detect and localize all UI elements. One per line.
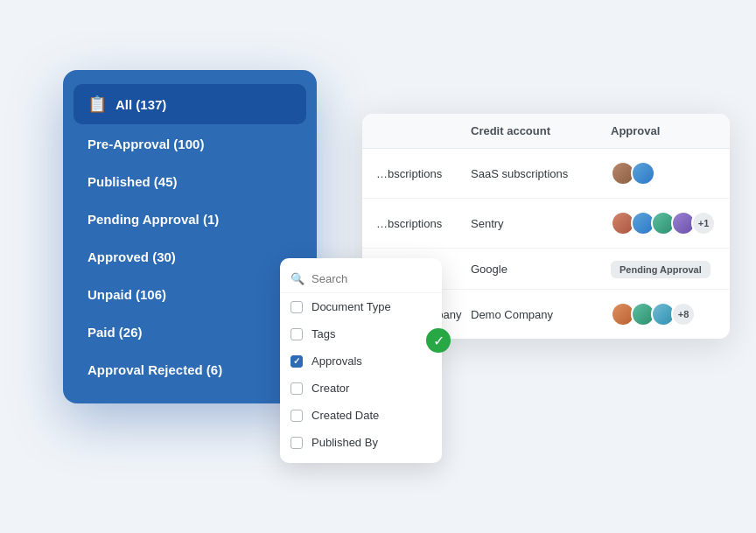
table-row[interactable]: …bscriptions SaaS subscriptions bbox=[362, 149, 730, 199]
filter-dropdown: 🔍 Document Type Tags Approvals Creator C… bbox=[280, 258, 442, 463]
search-icon: 🔍 bbox=[290, 272, 304, 285]
filter-item-created-date[interactable]: Created Date bbox=[280, 402, 442, 429]
row4-approval: +8 bbox=[611, 302, 716, 326]
check-icon: ✓ bbox=[426, 328, 451, 353]
sidebar-item-paid[interactable]: Paid (26) bbox=[74, 314, 306, 350]
row1-credit: SaaS subscriptions bbox=[471, 167, 611, 180]
checkbox-creator[interactable] bbox=[290, 382, 303, 395]
filter-item-document-type[interactable]: Document Type bbox=[280, 293, 442, 320]
sidebar-item-approved[interactable]: Approved (30) bbox=[74, 239, 306, 275]
filter-search-input[interactable] bbox=[312, 272, 431, 285]
sidebar-item-unpaid[interactable]: Unpaid (106) bbox=[74, 277, 306, 312]
filter-label-document-type: Document Type bbox=[312, 300, 391, 313]
scene: 📋 All (137) Pre-Approval (100) Published… bbox=[0, 0, 756, 533]
checkbox-approvals[interactable] bbox=[290, 355, 303, 368]
table-header: Credit account Approval bbox=[362, 114, 730, 149]
filter-label-created-date: Created Date bbox=[312, 409, 379, 422]
sidebar-item-approval-rejected[interactable]: Approval Rejected (6) bbox=[74, 352, 306, 388]
avatar-overflow-count: +8 bbox=[671, 302, 696, 326]
row2-approval: +1 bbox=[611, 211, 716, 235]
sidebar-item-paid-label: Paid (26) bbox=[88, 325, 143, 340]
sidebar-item-all[interactable]: 📋 All (137) bbox=[74, 84, 306, 124]
sidebar-panel: 📋 All (137) Pre-Approval (100) Published… bbox=[63, 70, 317, 403]
checkbox-tags[interactable] bbox=[290, 328, 303, 340]
avatar-overflow-count: +1 bbox=[691, 211, 716, 235]
col-header-description bbox=[376, 124, 471, 137]
row4-credit: Demo Company bbox=[471, 308, 611, 321]
sidebar-item-pre-approval-label: Pre-Approval (100) bbox=[88, 137, 204, 151]
filter-label-published-by: Published By bbox=[312, 436, 378, 449]
col-header-credit: Credit account bbox=[471, 124, 611, 137]
checkbox-created-date[interactable] bbox=[290, 410, 303, 422]
copy-icon: 📋 bbox=[88, 95, 107, 114]
checkbox-published-by[interactable] bbox=[290, 437, 303, 449]
sidebar-item-unpaid-label: Unpaid (106) bbox=[88, 287, 166, 302]
sidebar-item-published-label: Published (45) bbox=[88, 174, 178, 189]
filter-item-approvals[interactable]: Approvals bbox=[280, 347, 442, 375]
sidebar-item-pre-approval[interactable]: Pre-Approval (100) bbox=[74, 126, 306, 162]
sidebar-item-pending-approval[interactable]: Pending Approval (1) bbox=[74, 201, 306, 237]
row3-approval: Pending Approval bbox=[611, 261, 716, 277]
row2-desc: …bscriptions bbox=[376, 217, 471, 230]
row1-desc: …bscriptions bbox=[376, 167, 471, 180]
filter-item-tags[interactable]: Tags bbox=[280, 320, 442, 347]
row2-credit: Sentry bbox=[471, 217, 611, 230]
row1-approval bbox=[611, 161, 716, 186]
sidebar-item-approval-rejected-label: Approval Rejected (6) bbox=[88, 362, 222, 377]
pending-approval-badge: Pending Approval bbox=[611, 261, 710, 278]
checkbox-document-type[interactable] bbox=[290, 301, 303, 313]
filter-label-creator: Creator bbox=[312, 382, 349, 395]
col-header-approval: Approval bbox=[611, 124, 716, 137]
avatar bbox=[631, 161, 655, 186]
filter-label-tags: Tags bbox=[312, 327, 335, 340]
filter-search-bar: 🔍 bbox=[280, 265, 442, 293]
filter-item-creator[interactable]: Creator bbox=[280, 375, 442, 402]
filter-item-published-by[interactable]: Published By bbox=[280, 429, 442, 456]
row3-credit: Google bbox=[471, 263, 611, 276]
sidebar-item-pending-approval-label: Pending Approval (1) bbox=[88, 212, 219, 227]
sidebar-item-all-label: All (137) bbox=[116, 97, 166, 112]
sidebar-item-approved-label: Approved (30) bbox=[88, 249, 176, 264]
sidebar-item-published[interactable]: Published (45) bbox=[74, 164, 306, 200]
approval-check-mark: ✓ bbox=[426, 328, 451, 353]
table-row[interactable]: …bscriptions Sentry +1 bbox=[362, 199, 730, 249]
filter-label-approvals: Approvals bbox=[312, 354, 362, 368]
